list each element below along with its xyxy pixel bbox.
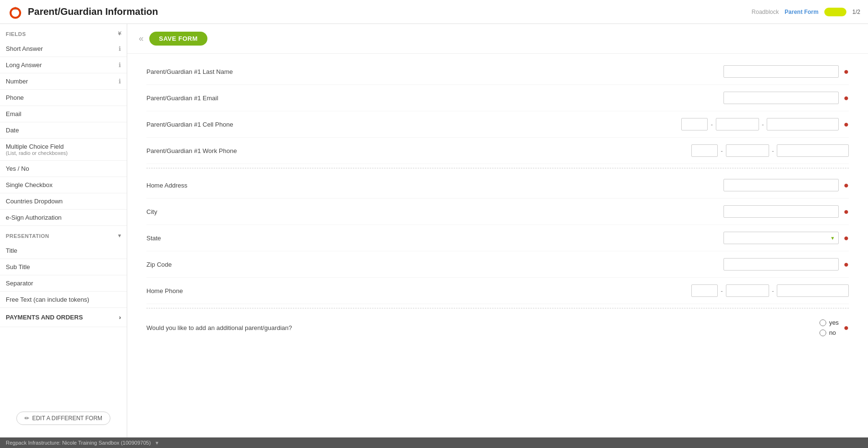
info-icon-number[interactable]: ℹ	[119, 78, 121, 85]
sidebar-item-esign[interactable]: e-Sign Authorization	[0, 210, 127, 226]
sidebar-item-email[interactable]: Email	[0, 106, 127, 122]
form-row-home-phone: Home Phone - -	[146, 278, 849, 304]
save-form-button[interactable]: SAVE FORM	[149, 32, 207, 46]
sidebar-item-long-answer[interactable]: Long Answer ℹ	[0, 57, 127, 73]
email-field-label: Parent/Guardian #1 Email	[146, 94, 338, 102]
info-icon-long-answer[interactable]: ℹ	[119, 61, 121, 69]
home-address-input[interactable]	[723, 179, 839, 191]
last-name-input[interactable]	[723, 65, 839, 78]
sidebar-item-separator[interactable]: Separator	[0, 275, 127, 292]
cell-phone-label: Parent/Guardian #1 Cell Phone	[146, 121, 338, 128]
cell-dash1: -	[710, 121, 713, 128]
sidebar-item-number[interactable]: Number ℹ	[0, 73, 127, 90]
work-phone-area[interactable]	[691, 144, 718, 157]
city-label: City	[146, 208, 338, 215]
home-phone-prefix[interactable]	[726, 284, 769, 297]
sidebar-item-title[interactable]: Title	[0, 243, 127, 259]
home-address-required: ●	[844, 181, 849, 189]
yes-option-text: yes	[829, 319, 839, 326]
sidebar-item-free-text[interactable]: Free Text (can include tokens)	[0, 292, 127, 308]
cell-phone-required: ●	[844, 120, 849, 129]
sidebar-item-phone[interactable]: Phone	[0, 90, 127, 106]
countries-dropdown-label: Countries Dropdown	[6, 198, 63, 205]
fields-label: FIELDS	[6, 31, 26, 37]
yes-radio-label[interactable]: yes	[820, 319, 839, 326]
form-row-additional-guardian: Would you like to add an additional pare…	[146, 312, 849, 343]
form-row-work-phone: Parent/Guardian #1 Work Phone - -	[146, 138, 849, 164]
no-radio[interactable]	[820, 330, 826, 336]
cell-phone-prefix[interactable]	[716, 118, 759, 130]
payments-arrow-icon: ›	[119, 314, 121, 321]
main-area: × FIELDS ▾ Short Answer ℹ Long Answer ℹ …	[0, 24, 868, 437]
form-area: « SAVE FORM Parent/Guardian #1 Last Name…	[127, 24, 868, 437]
presentation-collapse-icon[interactable]: ▾	[118, 233, 121, 239]
state-label: State	[146, 235, 338, 242]
divider-1	[146, 168, 849, 168]
sidebar-item-single-checkbox[interactable]: Single Checkbox	[0, 177, 127, 193]
work-dash1: -	[720, 147, 723, 154]
no-radio-label[interactable]: no	[820, 329, 839, 336]
roadblock-link[interactable]: Roadblock	[752, 9, 779, 15]
zip-code-input[interactable]	[723, 258, 839, 271]
state-required: ●	[844, 234, 849, 242]
edit-form-button[interactable]: ✏ EDIT A DIFFERENT FORM	[16, 412, 110, 425]
header-left: Parent/Guardian Information	[8, 4, 752, 20]
work-dash2: -	[771, 147, 775, 154]
page-count: 1/2	[852, 9, 860, 15]
status-bar-dropdown-icon[interactable]: ▼	[155, 440, 159, 446]
form-row-last-name: Parent/Guardian #1 Last Name ●	[146, 59, 849, 85]
app-logo	[8, 4, 23, 20]
home-phone-area[interactable]	[691, 284, 718, 297]
additional-guardian-label: Would you like to add an additional pare…	[146, 324, 338, 331]
edit-form-label: EDIT A DIFFERENT FORM	[32, 415, 102, 422]
separator-label: Separator	[6, 280, 33, 287]
email-label: Email	[6, 110, 22, 118]
sidebar-item-multiple-choice[interactable]: Multiple Choice Field (List, radio or ch…	[0, 139, 127, 161]
payments-section-header[interactable]: PAYMENTS AND ORDERS ›	[0, 308, 127, 327]
additional-guardian-input-area: yes no ●	[820, 319, 849, 336]
zip-code-label: Zip Code	[146, 261, 338, 268]
form-row-email: Parent/Guardian #1 Email ●	[146, 85, 849, 111]
close-icon[interactable]: ×	[118, 29, 122, 37]
parent-form-link[interactable]: Parent Form	[784, 9, 819, 15]
work-phone-number[interactable]	[777, 144, 849, 157]
sidebar-item-subtitle[interactable]: Sub Title	[0, 259, 127, 275]
sidebar-item-countries-dropdown[interactable]: Countries Dropdown	[0, 193, 127, 210]
home-address-label: Home Address	[146, 182, 338, 189]
yes-no-label: Yes / No	[6, 165, 29, 172]
short-answer-label: Short Answer	[6, 45, 43, 52]
home-address-input-area: ●	[723, 179, 849, 191]
sidebar-item-date[interactable]: Date	[0, 122, 127, 139]
home-phone-label: Home Phone	[146, 287, 338, 295]
work-phone-prefix[interactable]	[726, 144, 769, 157]
home-dash2: -	[771, 287, 775, 295]
city-required: ●	[844, 207, 849, 216]
last-name-label: Parent/Guardian #1 Last Name	[146, 68, 338, 75]
status-bar-text: Regpack Infrastructure: Nicole Training …	[6, 440, 151, 446]
form-content: Parent/Guardian #1 Last Name ● Parent/Gu…	[127, 54, 868, 348]
cell-phone-area[interactable]	[681, 118, 708, 130]
state-select[interactable]	[723, 232, 839, 244]
city-input[interactable]	[723, 205, 839, 218]
cell-phone-input-area: - - ●	[681, 118, 849, 130]
presentation-label: PRESENTATION	[6, 233, 49, 239]
form-row-city: City ●	[146, 199, 849, 225]
app-header: Parent/Guardian Information Roadblock Pa…	[0, 0, 868, 24]
sidebar-item-yes-no[interactable]: Yes / No	[0, 161, 127, 177]
additional-guardian-required: ●	[844, 323, 849, 332]
form-toolbar: « SAVE FORM	[127, 24, 868, 54]
cell-phone-number[interactable]	[767, 118, 839, 130]
sidebar-item-short-answer[interactable]: Short Answer ℹ	[0, 41, 127, 57]
title-label: Title	[6, 247, 17, 254]
subtitle-label: Sub Title	[6, 263, 30, 271]
phone-label: Phone	[6, 94, 24, 101]
presentation-section-header: PRESENTATION ▾	[0, 226, 127, 243]
yes-radio[interactable]	[820, 319, 826, 326]
back-button[interactable]: «	[139, 34, 144, 44]
yes-no-radio-group: yes no	[820, 319, 839, 336]
esign-label: e-Sign Authorization	[6, 214, 61, 221]
info-icon-short-answer[interactable]: ℹ	[119, 45, 121, 52]
email-input[interactable]	[723, 92, 839, 104]
number-label: Number	[6, 78, 28, 85]
home-phone-number[interactable]	[777, 284, 849, 297]
